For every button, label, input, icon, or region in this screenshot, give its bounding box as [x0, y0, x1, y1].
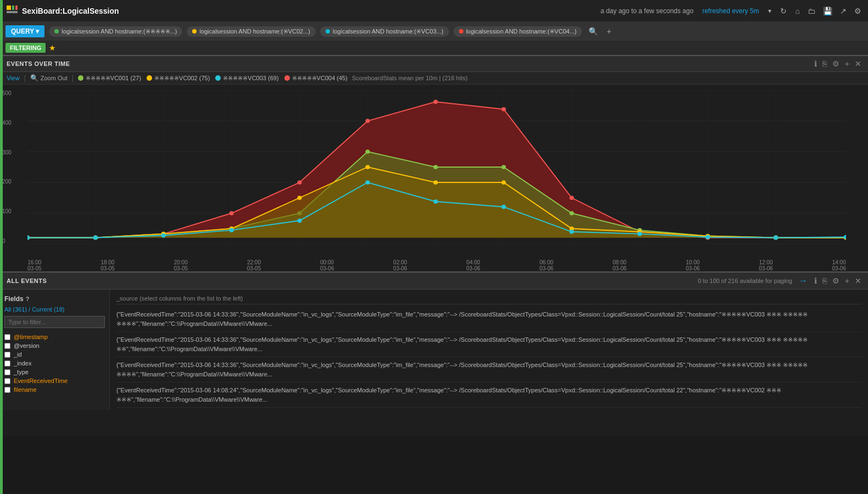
- field-checkbox-id[interactable]: [4, 352, 10, 358]
- table-row[interactable]: {"EventReceivedTime":"2015-03-06 14:33:3…: [116, 332, 861, 357]
- folder-icon[interactable]: 🗀: [808, 7, 815, 15]
- field-name-timestamp: @timestamp: [14, 334, 48, 340]
- legend-dot-yellow: [147, 75, 152, 81]
- save-icon[interactable]: 💾: [823, 7, 832, 15]
- chart-panel-header: EVENTS OVER TIME ℹ ⎘ ⚙ + ✕: [0, 56, 868, 72]
- chart-info-icon[interactable]: ℹ: [814, 59, 817, 68]
- svg-point-54: [298, 196, 302, 200]
- legend-vc003: ※※※※※VC003 (69): [215, 75, 278, 82]
- tag-text-2: logicalsession AND hostname:(※VC03...): [333, 28, 444, 35]
- x-label-2: 20:0003-05: [173, 259, 188, 271]
- svg-point-74: [774, 236, 778, 240]
- svg-rect-2: [15, 5, 18, 10]
- field-item-type[interactable]: _type: [4, 368, 105, 376]
- search-button[interactable]: 🔍: [586, 26, 600, 37]
- chart-settings-icon[interactable]: ⚙: [832, 59, 839, 68]
- svg-point-70: [501, 205, 506, 209]
- refresh-icon[interactable]: ↻: [780, 7, 787, 15]
- field-checkbox-index[interactable]: [4, 360, 10, 367]
- query-tag-0[interactable]: logicalsession AND hostname:(※※※※※...): [49, 26, 182, 37]
- field-name-id: _id: [14, 351, 22, 358]
- chart-expand-icon[interactable]: +: [845, 59, 849, 68]
- events-info-icon[interactable]: ℹ: [814, 276, 817, 285]
- field-name-version: @version: [14, 342, 40, 349]
- header-right: a day ago to a few seconds ago refreshed…: [601, 7, 861, 15]
- query-tag-1[interactable]: logicalsession AND hostname:(※VC02...): [187, 26, 316, 37]
- refresh-link[interactable]: refreshed every 5m: [702, 7, 759, 15]
- field-item-id[interactable]: _id: [4, 350, 105, 359]
- svg-point-68: [366, 180, 370, 185]
- field-checkbox-version[interactable]: [4, 343, 10, 349]
- query-button[interactable]: QUERY ▾: [5, 25, 44, 37]
- svg-point-66: [229, 228, 234, 232]
- share-icon[interactable]: ↗: [840, 7, 847, 15]
- field-checkbox-timestamp[interactable]: [4, 334, 10, 340]
- field-name-eventtime: EventReceivedTime: [14, 378, 68, 384]
- paging-next[interactable]: →: [799, 276, 808, 286]
- chart-separator: |: [24, 74, 26, 82]
- home-icon[interactable]: ⌂: [796, 7, 800, 15]
- events-settings-icon[interactable]: ⚙: [832, 276, 839, 285]
- svg-point-29: [501, 107, 506, 112]
- table-row[interactable]: {"EventReceivedTime":"2015-03-06 14:08:2…: [116, 382, 861, 408]
- query-tag-3[interactable]: logicalsession AND hostname:(※VC04...): [453, 26, 583, 37]
- y-label-100: 100: [2, 208, 12, 214]
- fields-title: Fields ?: [4, 295, 105, 303]
- field-item-version[interactable]: @version: [4, 341, 105, 350]
- svg-point-71: [569, 230, 574, 234]
- field-checkbox-eventtime[interactable]: [4, 378, 10, 384]
- chart-copy-icon[interactable]: ⎘: [822, 59, 827, 68]
- events-title: ALL EVENTS: [7, 277, 47, 284]
- fields-all-link[interactable]: All (361): [4, 306, 27, 313]
- field-item-timestamp[interactable]: @timestamp: [4, 332, 105, 341]
- field-item-filename[interactable]: filename: [4, 385, 105, 394]
- y-label-0: 0: [2, 238, 12, 244]
- legend-vc004: ※※※※※VC004 (45): [284, 75, 348, 82]
- chart-close-icon[interactable]: ✕: [855, 59, 861, 68]
- svg-point-26: [298, 180, 302, 185]
- settings-icon[interactable]: ⚙: [854, 7, 861, 15]
- field-name-type: _type: [14, 369, 29, 375]
- chart-container[interactable]: 0 100 200 300 400 500 16:0003-05 18:0003…: [0, 85, 868, 271]
- field-name-index: _index: [14, 360, 31, 367]
- x-label-5: 02:0003-06: [393, 259, 407, 271]
- events-copy-icon[interactable]: ⎘: [822, 276, 827, 285]
- field-checkbox-filename[interactable]: [4, 387, 10, 393]
- field-item-eventtime[interactable]: EventReceivedTime: [4, 376, 105, 385]
- tag-dot-yellow: [192, 29, 197, 34]
- fields-help-icon[interactable]: ?: [26, 296, 30, 302]
- refresh-dropdown-icon[interactable]: ▾: [768, 7, 771, 15]
- field-item-index[interactable]: _index: [4, 359, 105, 368]
- fields-current-link[interactable]: Current (18): [32, 306, 64, 313]
- chart-view-link[interactable]: View: [7, 75, 20, 81]
- svg-point-27: [366, 119, 370, 123]
- legend-dot-green: [78, 75, 83, 81]
- table-row[interactable]: {"EventReceivedTime":"2015-03-06 14:33:3…: [116, 357, 861, 382]
- x-label-0: 16:0003-05: [27, 259, 42, 271]
- header-icons: ⌂ 🗀 💾 ↗ ⚙: [796, 7, 861, 15]
- chart-zoom-out[interactable]: 🔍 Zoom Out: [30, 74, 68, 82]
- field-checkbox-type[interactable]: [4, 369, 10, 375]
- svg-rect-3: [7, 11, 18, 13]
- legend-text-vc004: ※※※※※VC004 (45): [292, 75, 348, 82]
- header: SexiBoard:LogicalSession a day ago to a …: [0, 0, 868, 22]
- query-tag-2[interactable]: logicalsession AND hostname:(※VC03...): [320, 26, 449, 37]
- fields-sidebar: Fields ? All (361) / Current (18) @times…: [0, 290, 110, 410]
- svg-point-44: [569, 211, 574, 215]
- svg-point-69: [433, 199, 438, 204]
- field-name-filename: filename: [14, 386, 37, 393]
- source-header: _source (select columns from the list to…: [116, 292, 861, 304]
- y-label-300: 300: [2, 149, 12, 156]
- add-query-button[interactable]: +: [604, 26, 613, 37]
- events-panel-icons: ℹ ⎘ ⚙ + ✕: [814, 276, 861, 285]
- star-icon[interactable]: ★: [49, 43, 56, 52]
- chart-panel: EVENTS OVER TIME ℹ ⎘ ⚙ + ✕ View | 🔍 Zoom…: [0, 55, 868, 271]
- table-row[interactable]: {"EventReceivedTime":"2015-03-06 14:33:3…: [116, 307, 861, 332]
- events-expand-icon[interactable]: +: [845, 276, 849, 285]
- chart-toolbar: View | 🔍 Zoom Out | ※※※※※VC001 (27) ※※※※…: [0, 72, 868, 85]
- svg-point-41: [366, 149, 370, 154]
- zoom-icon: 🔍: [30, 74, 38, 82]
- fields-search-input[interactable]: [4, 316, 105, 328]
- events-close-icon[interactable]: ✕: [855, 276, 861, 285]
- paging-info: 0 to 100 of 216 available for paging: [698, 277, 792, 284]
